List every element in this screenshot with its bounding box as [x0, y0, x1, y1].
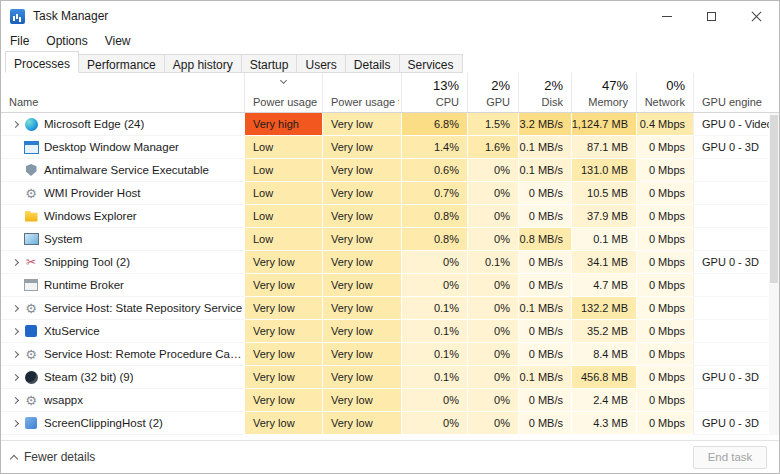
tab-performance[interactable]: Performance — [78, 54, 165, 73]
process-name: wsappx — [44, 394, 83, 406]
menu-file[interactable]: File — [10, 34, 29, 48]
table-row[interactable]: Service Host: State Repository ServiceVe… — [1, 297, 779, 320]
cell-engine — [693, 320, 769, 343]
expand-chevron-icon[interactable] — [7, 352, 23, 357]
cell-cpu: 0.8% — [401, 228, 467, 251]
process-name: Microsoft Edge (24) — [44, 118, 144, 130]
expand-chevron-icon[interactable] — [7, 398, 23, 403]
column-total-disk: 2% — [544, 78, 563, 93]
cell-disk: 0 MB/s — [518, 251, 571, 274]
process-name-cell: Service Host: Remote Procedure Call (2) — [1, 343, 244, 366]
cell-memory: 0.1 MB — [571, 228, 636, 251]
column-header-engine[interactable]: GPU engine — [693, 73, 769, 112]
column-header-power[interactable]: Power usage — [244, 73, 322, 112]
cell-disk: 0 MB/s — [518, 205, 571, 228]
cell-cpu: 0.7% — [401, 182, 467, 205]
table-row[interactable]: Windows ExplorerLowVery low0.8%0%0 MB/s3… — [1, 205, 779, 228]
process-name-cell: Windows Explorer — [1, 205, 244, 228]
column-label: Network — [645, 96, 685, 108]
cell-power: Low — [244, 159, 322, 182]
cell-power: Very low — [244, 297, 322, 320]
cell-power: Very low — [244, 320, 322, 343]
tab-details[interactable]: Details — [345, 54, 400, 73]
table-row[interactable]: Microsoft Edge (24)Very highVery low6.8%… — [1, 113, 779, 136]
table-row[interactable]: Steam (32 bit) (9)Very lowVery low0.1%0%… — [1, 366, 779, 389]
fewer-details-toggle[interactable]: Fewer details — [11, 450, 95, 464]
expand-chevron-icon[interactable] — [7, 421, 23, 426]
column-header-network[interactable]: 0%Network — [636, 73, 693, 112]
expand-chevron-icon[interactable] — [7, 260, 23, 265]
cell-memory: 10.5 MB — [571, 182, 636, 205]
tab-app-history[interactable]: App history — [164, 54, 242, 73]
cell-trend: Very low — [322, 113, 401, 136]
process-name-cell: XtuService — [1, 320, 244, 343]
process-name: Snipping Tool (2) — [44, 256, 130, 268]
table-row[interactable]: Desktop Window ManagerLowVery low1.4%1.6… — [1, 136, 779, 159]
process-name: XtuService — [44, 325, 100, 337]
column-label: GPU engine — [702, 96, 767, 108]
table-row[interactable]: Runtime BrokerVery lowVery low0%0%0 MB/s… — [1, 274, 779, 297]
expand-chevron-icon[interactable] — [7, 375, 23, 380]
cell-trend: Very low — [322, 228, 401, 251]
table-row[interactable]: wsappxVery lowVery low0%0%0 MB/s2.4 MB0 … — [1, 389, 779, 412]
cell-disk: 3.2 MB/s — [518, 113, 571, 136]
close-button[interactable] — [734, 1, 779, 31]
cell-disk: 0 MB/s — [518, 389, 571, 412]
minimize-button[interactable] — [644, 1, 689, 31]
column-header-trend[interactable]: Power usage tr... — [322, 73, 401, 112]
table-row[interactable]: XtuServiceVery lowVery low0.1%0%0 MB/s35… — [1, 320, 779, 343]
cell-memory: 2.4 MB — [571, 389, 636, 412]
process-name: WMI Provider Host — [44, 187, 141, 199]
menu-view[interactable]: View — [105, 34, 131, 48]
gear-icon — [23, 185, 39, 201]
cell-cpu: 0.1% — [401, 343, 467, 366]
cell-power: Very low — [244, 251, 322, 274]
table-row[interactable]: WMI Provider HostLowVery low0.7%0%0 MB/s… — [1, 182, 779, 205]
table-row[interactable]: Antimalware Service ExecutableLowVery lo… — [1, 159, 779, 182]
column-header-name[interactable]: Name — [1, 73, 244, 112]
cell-cpu: 0.1% — [401, 366, 467, 389]
process-name-cell: Service Host: State Repository Service — [1, 297, 244, 320]
tab-bar: ProcessesPerformanceApp historyStartupUs… — [1, 51, 779, 73]
cell-trend: Very low — [322, 297, 401, 320]
maximize-button[interactable] — [689, 1, 734, 31]
process-name-cell: Desktop Window Manager — [1, 136, 244, 159]
cell-memory: 4.3 MB — [571, 412, 636, 435]
table-row[interactable]: Snipping Tool (2)Very lowVery low0%0.1%0… — [1, 251, 779, 274]
column-header-disk[interactable]: 2%Disk — [518, 73, 571, 112]
column-header-gpu[interactable]: 2%GPU — [467, 73, 518, 112]
tab-startup[interactable]: Startup — [241, 54, 298, 73]
cell-engine — [693, 205, 769, 228]
column-header-cpu[interactable]: 13%CPU — [401, 73, 467, 112]
menu-options[interactable]: Options — [46, 34, 87, 48]
scrollbar-thumb[interactable] — [770, 115, 778, 283]
tab-users[interactable]: Users — [296, 54, 345, 73]
processes-panel: Name Power usagePower usage tr...13%CPU2… — [1, 73, 779, 440]
column-header-memory[interactable]: 47%Memory — [571, 73, 636, 112]
appwin-icon — [23, 277, 39, 293]
process-name: System — [44, 233, 82, 245]
column-label: CPU — [436, 96, 459, 108]
expand-chevron-icon[interactable] — [7, 329, 23, 334]
cell-memory: 1,124.7 MB — [571, 113, 636, 136]
cell-gpu: 0% — [467, 366, 518, 389]
table-row[interactable]: Service Host: Remote Procedure Call (2)V… — [1, 343, 779, 366]
gear-icon — [23, 392, 39, 408]
end-task-button[interactable]: End task — [693, 446, 767, 469]
tab-services[interactable]: Services — [399, 54, 463, 73]
expand-chevron-icon[interactable] — [7, 122, 23, 127]
cell-gpu: 0% — [467, 343, 518, 366]
tab-processes[interactable]: Processes — [5, 51, 79, 73]
cell-gpu: 1.6% — [467, 136, 518, 159]
table-row[interactable]: SystemLowVery low0.8%0%0.8 MB/s0.1 MB0 M… — [1, 228, 779, 251]
expand-chevron-icon[interactable] — [7, 306, 23, 311]
table-row[interactable]: ScreenClippingHost (2)Very lowVery low0%… — [1, 412, 779, 435]
cell-power: Very low — [244, 343, 322, 366]
cell-cpu: 0% — [401, 412, 467, 435]
cell-cpu: 0% — [401, 251, 467, 274]
process-name-cell: ScreenClippingHost (2) — [1, 412, 244, 435]
vertical-scrollbar[interactable] — [769, 113, 779, 435]
cell-trend: Very low — [322, 320, 401, 343]
process-name-cell: Antimalware Service Executable — [1, 159, 244, 182]
scissors-icon — [23, 254, 39, 270]
